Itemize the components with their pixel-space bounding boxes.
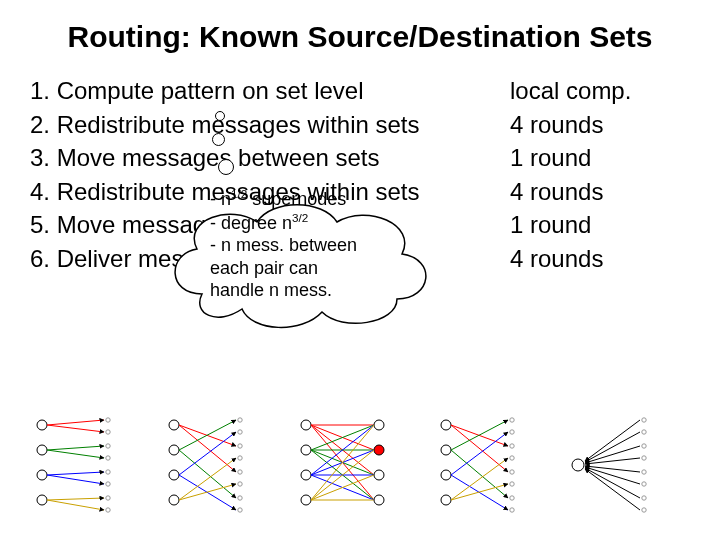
step-1: 1. Compute pattern on set level — [30, 74, 510, 108]
svg-point-65 — [441, 445, 451, 455]
svg-point-27 — [238, 456, 242, 460]
svg-point-43 — [301, 495, 311, 505]
svg-point-40 — [301, 420, 311, 430]
svg-point-28 — [238, 470, 242, 474]
svg-line-19 — [47, 500, 104, 510]
svg-point-11 — [106, 508, 110, 512]
page-title: Routing: Known Source/Destination Sets — [30, 20, 690, 54]
svg-point-2 — [37, 470, 47, 480]
svg-point-29 — [238, 482, 242, 486]
svg-line-13 — [47, 425, 104, 432]
svg-line-96 — [585, 458, 640, 464]
step-4: 4. Redistribute messages within sets — [30, 175, 510, 209]
svg-point-3 — [37, 495, 47, 505]
svg-point-1 — [37, 445, 47, 455]
svg-point-7 — [106, 456, 110, 460]
svg-line-94 — [585, 432, 640, 462]
svg-line-12 — [47, 420, 104, 425]
svg-point-66 — [441, 470, 451, 480]
svg-point-72 — [510, 470, 514, 474]
step-3: 3. Move messages between sets — [30, 141, 510, 175]
svg-point-0 — [37, 420, 47, 430]
svg-point-88 — [642, 470, 646, 474]
group-3 — [301, 420, 384, 505]
svg-point-30 — [238, 496, 242, 500]
svg-point-10 — [106, 496, 110, 500]
svg-line-83 — [451, 484, 508, 500]
group-2 — [169, 418, 242, 512]
svg-point-47 — [374, 495, 384, 505]
svg-line-14 — [47, 446, 104, 450]
cost-2: 4 rounds — [510, 108, 660, 142]
cost-3: 1 round — [510, 141, 660, 175]
svg-line-82 — [451, 458, 508, 500]
svg-point-74 — [510, 496, 514, 500]
svg-line-77 — [451, 425, 508, 472]
group-4 — [441, 418, 514, 512]
svg-point-44 — [374, 420, 384, 430]
svg-point-46 — [374, 470, 384, 480]
steps-columns: 1. Compute pattern on set level 2. Redis… — [30, 74, 690, 276]
svg-point-91 — [642, 508, 646, 512]
svg-line-33 — [179, 425, 236, 472]
svg-point-90 — [642, 496, 646, 500]
bottom-diagram — [30, 400, 690, 520]
svg-point-41 — [301, 445, 311, 455]
svg-point-85 — [642, 430, 646, 434]
svg-point-31 — [238, 508, 242, 512]
svg-point-5 — [106, 430, 110, 434]
svg-line-17 — [47, 475, 104, 484]
svg-point-45 — [374, 445, 384, 455]
svg-point-87 — [642, 456, 646, 460]
svg-point-64 — [441, 420, 451, 430]
svg-line-79 — [451, 450, 508, 498]
steps-right: local comp. 4 rounds 1 round 4 rounds 1 … — [510, 74, 660, 276]
svg-point-6 — [106, 444, 110, 448]
svg-point-73 — [510, 482, 514, 486]
svg-point-89 — [642, 482, 646, 486]
svg-point-21 — [169, 445, 179, 455]
svg-point-67 — [441, 495, 451, 505]
svg-point-26 — [238, 444, 242, 448]
svg-point-4 — [106, 418, 110, 422]
svg-line-80 — [451, 432, 508, 475]
svg-point-23 — [169, 495, 179, 505]
step-6: 6. Deliver messages within sets — [30, 242, 510, 276]
svg-point-92 — [572, 459, 584, 471]
svg-point-25 — [238, 430, 242, 434]
svg-line-99 — [585, 468, 640, 498]
svg-point-9 — [106, 482, 110, 486]
svg-point-24 — [238, 418, 242, 422]
svg-point-86 — [642, 444, 646, 448]
svg-point-42 — [301, 470, 311, 480]
cost-4: 4 rounds — [510, 175, 660, 209]
content: 1. Compute pattern on set level 2. Redis… — [30, 74, 690, 276]
svg-line-36 — [179, 432, 236, 475]
svg-line-18 — [47, 498, 104, 500]
svg-line-35 — [179, 450, 236, 498]
svg-line-15 — [47, 450, 104, 458]
svg-point-71 — [510, 456, 514, 460]
svg-point-69 — [510, 430, 514, 434]
cost-1: local comp. — [510, 74, 660, 108]
steps-left: 1. Compute pattern on set level 2. Redis… — [30, 74, 510, 276]
svg-point-70 — [510, 444, 514, 448]
group-1 — [37, 418, 110, 512]
svg-point-22 — [169, 470, 179, 480]
step-2: 2. Redistribute messages within sets — [30, 108, 510, 142]
svg-point-20 — [169, 420, 179, 430]
svg-point-75 — [510, 508, 514, 512]
cost-6: 4 rounds — [510, 242, 660, 276]
svg-line-39 — [179, 484, 236, 500]
svg-line-97 — [585, 466, 640, 472]
svg-line-38 — [179, 458, 236, 500]
svg-line-16 — [47, 472, 104, 475]
cost-5: 1 round — [510, 208, 660, 242]
svg-point-84 — [642, 418, 646, 422]
group-5 — [572, 418, 646, 512]
step-5: 5. Move messages between sets — [30, 208, 510, 242]
svg-line-34 — [179, 420, 236, 450]
svg-point-8 — [106, 470, 110, 474]
svg-point-68 — [510, 418, 514, 422]
svg-line-78 — [451, 420, 508, 450]
